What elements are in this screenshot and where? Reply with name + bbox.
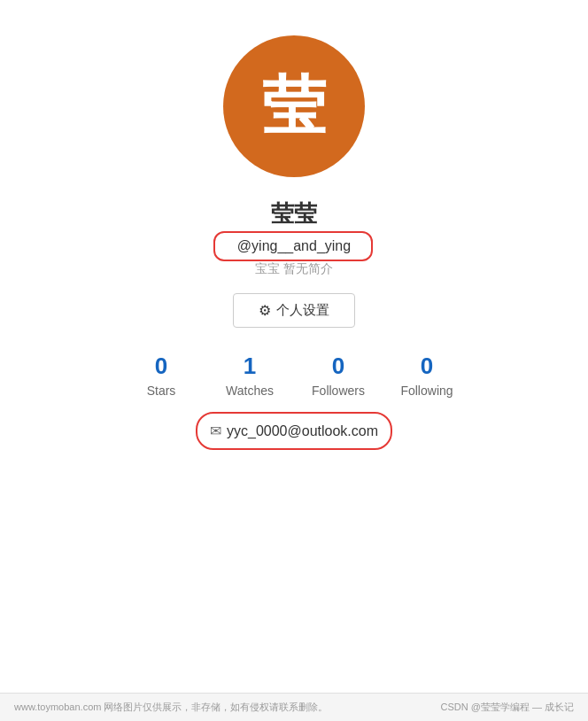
user-handle: @ying__and_ying <box>224 232 364 260</box>
stats-section: 0 Stars 1 Watches 0 Followers 0 Followin… <box>117 353 471 398</box>
footer-left-text: www.toymoban.com 网络图片仅供展示，非存储，如有侵权请联系删除。 <box>14 701 328 714</box>
following-count: 0 <box>421 353 433 380</box>
followers-count: 0 <box>332 353 344 380</box>
settings-label: 个人设置 <box>276 302 329 319</box>
following-label: Following <box>400 384 453 398</box>
settings-button[interactable]: ⚙ 个人设置 <box>233 293 355 328</box>
user-bio: 宝宝 暂无简介 <box>255 261 333 277</box>
stars-count: 0 <box>155 353 167 380</box>
username-cn: 莹莹 <box>271 198 317 229</box>
watches-label: Watches <box>226 384 274 398</box>
stars-label: Stars <box>147 384 176 398</box>
avatar-character: 莹 <box>262 64 326 149</box>
stat-following[interactable]: 0 Following <box>387 353 467 398</box>
stat-followers[interactable]: 0 Followers <box>298 353 378 398</box>
email-icon: ✉ <box>210 423 221 439</box>
email-address: yyc_0000@outlook.com <box>227 423 378 439</box>
page-container: 莹 莹莹 @ying__and_ying 宝宝 暂无简介 ⚙ 个人设置 0 St… <box>0 0 588 721</box>
footer-right-text: CSDN @莹莹学编程 — 成长记 <box>440 701 574 714</box>
avatar: 莹 <box>223 35 365 177</box>
gear-icon: ⚙ <box>259 302 271 319</box>
avatar-section: 莹 <box>223 35 365 177</box>
stat-stars[interactable]: 0 Stars <box>121 353 201 398</box>
stat-watches[interactable]: 1 Watches <box>210 353 290 398</box>
email-section: ✉ yyc_0000@outlook.com <box>210 423 378 439</box>
followers-label: Followers <box>312 384 365 398</box>
handle-wrapper: @ying__and_ying <box>224 238 364 254</box>
footer-bar: www.toymoban.com 网络图片仅供展示，非存储，如有侵权请联系删除。… <box>0 693 588 721</box>
watches-count: 1 <box>244 353 256 380</box>
